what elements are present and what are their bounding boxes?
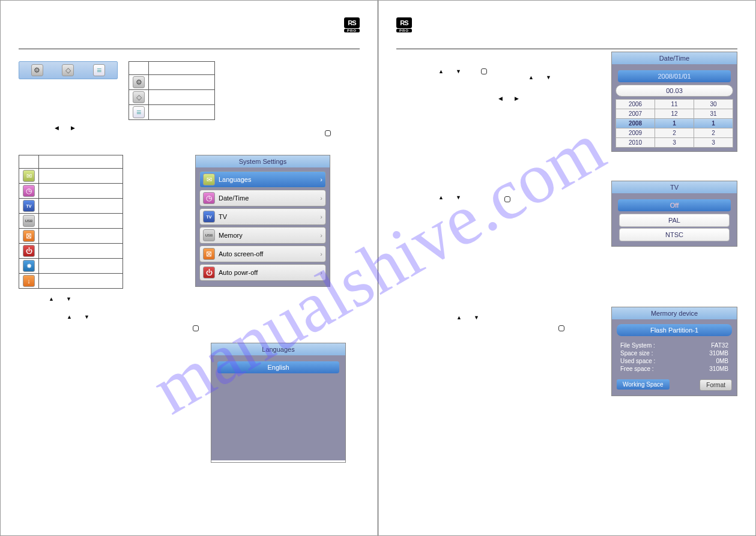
down-arrow-icon: ▼	[546, 74, 551, 80]
chevron-right-icon: ›	[320, 269, 322, 276]
blue-icon	[23, 260, 35, 272]
grid-cell: 2	[694, 128, 733, 137]
size-value: 310MB	[709, 350, 728, 357]
fs-value: FAT32	[711, 342, 728, 349]
chevron-right-icon: ›	[320, 250, 322, 257]
right-arrow-icon: ▶	[515, 95, 519, 101]
right-page: RS PRO ▲ ▼ ▲ ▼ ◀ ▶ Date/Time 2008/01/01 …	[378, 1, 755, 535]
grid-cell: 3	[694, 138, 733, 147]
grid-cell: 11	[655, 100, 694, 109]
list-icon	[133, 106, 145, 118]
down-arrow-icon: ▼	[456, 68, 461, 74]
row-label: Auto powr-off	[219, 269, 258, 276]
date-icon	[203, 192, 215, 204]
used-label: Used space :	[620, 358, 655, 364]
rule	[396, 49, 737, 49]
grid-cell: 2007	[616, 109, 655, 118]
left-arrow-icon: ◀	[498, 95, 503, 101]
lang-icon	[23, 170, 35, 182]
book-icon	[62, 64, 74, 76]
logo-top: RS	[396, 17, 412, 28]
square-icon	[193, 325, 199, 331]
panel-title: TV	[612, 181, 737, 193]
row-label: Date/Time	[219, 194, 249, 202]
mem-icon	[23, 215, 35, 227]
square-icon	[481, 68, 487, 74]
left-arrow-icon: ◀	[55, 125, 59, 131]
square-icon	[558, 325, 564, 331]
logo-bottom: PRO	[396, 29, 412, 32]
chevron-right-icon: ›	[320, 232, 322, 239]
tv-option-ntsc[interactable]: NTSC	[619, 228, 730, 241]
row-label: Auto screen-off	[219, 250, 263, 257]
row-languages[interactable]: Languages›	[199, 171, 326, 188]
logo-top: RS	[344, 17, 360, 28]
orange-icon	[23, 275, 35, 287]
row-label: Memory	[219, 232, 243, 239]
panel-title: Mermory device	[612, 307, 737, 319]
used-value: 0MB	[716, 358, 728, 364]
grid-cell: 30	[694, 100, 733, 109]
system-settings-panel: System Settings Languages› Date/Time› TV…	[195, 155, 330, 287]
row-label: TV	[219, 213, 227, 220]
free-label: Free space :	[620, 366, 654, 372]
format-button[interactable]: Format	[700, 379, 732, 391]
right-arrow-icon: ▶	[71, 125, 75, 131]
list-icon	[93, 64, 105, 76]
grid-cell: 2006	[616, 100, 655, 109]
fs-label: File System :	[620, 342, 655, 349]
row-label: Languages	[219, 176, 251, 183]
up-arrow-icon: ▲	[528, 74, 534, 80]
down-arrow-icon: ▼	[84, 314, 89, 320]
size-label: Space size :	[620, 350, 653, 357]
row-poweroff[interactable]: Auto powr-off›	[199, 264, 326, 281]
row-memory[interactable]: Memory›	[199, 227, 326, 244]
grid-cell-selected: 1	[694, 119, 733, 128]
up-arrow-icon: ▲	[67, 314, 72, 320]
date-icon	[23, 185, 35, 197]
down-arrow-icon: ▼	[66, 296, 71, 302]
row-tv[interactable]: TV›	[199, 208, 326, 225]
free-value: 310MB	[709, 366, 728, 372]
rule	[19, 49, 360, 49]
settings-icons-table	[19, 155, 123, 289]
up-arrow-icon: ▲	[456, 315, 462, 321]
panel-title: Date/Time	[612, 52, 737, 64]
grid-cell-selected: 1	[655, 119, 694, 128]
grid-cell: 31	[694, 109, 733, 118]
panel-title: System Settings	[196, 155, 330, 167]
left-page: RS PRO ◀ ▶	[1, 1, 378, 535]
up-arrow-icon: ▲	[49, 296, 54, 302]
tv-icon	[203, 211, 215, 223]
square-icon	[325, 130, 331, 136]
chevron-right-icon: ›	[320, 194, 322, 202]
square-icon	[504, 196, 510, 202]
down-arrow-icon: ▼	[456, 194, 461, 200]
time-field[interactable]: 00.03	[615, 85, 733, 97]
tv-option-pal[interactable]: PAL	[619, 214, 730, 227]
memory-subtitle: Flash Partition-1	[617, 324, 732, 336]
up-arrow-icon: ▲	[438, 68, 444, 74]
row-screenoff[interactable]: Auto screen-off›	[199, 245, 326, 262]
power-icon	[203, 266, 215, 279]
main-menu-bar	[19, 61, 118, 79]
screen-icon	[23, 230, 35, 242]
row-datetime[interactable]: Date/Time›	[199, 190, 326, 206]
working-space-button[interactable]: Working Space	[617, 379, 670, 390]
grid-cell-selected: 2008	[616, 119, 655, 128]
date-field[interactable]: 2008/01/01	[618, 70, 731, 82]
lang-icon	[203, 173, 215, 185]
down-arrow-icon: ▼	[474, 315, 479, 321]
chevron-right-icon: ›	[320, 176, 322, 183]
gear-icon	[133, 76, 145, 88]
grid-cell: 2010	[616, 138, 655, 147]
tv-selected[interactable]: Off	[618, 199, 731, 211]
grid-cell: 2009	[616, 128, 655, 137]
up-arrow-icon: ▲	[438, 194, 444, 200]
logo-bottom: PRO	[344, 29, 360, 32]
main-icons-table	[129, 61, 215, 120]
language-selected[interactable]: English	[217, 361, 339, 373]
tv-icon	[23, 200, 35, 212]
panel-title: Languages	[211, 343, 345, 355]
date-picker-grid[interactable]: 20061130 20071231 200811 200922 201033	[615, 99, 733, 148]
